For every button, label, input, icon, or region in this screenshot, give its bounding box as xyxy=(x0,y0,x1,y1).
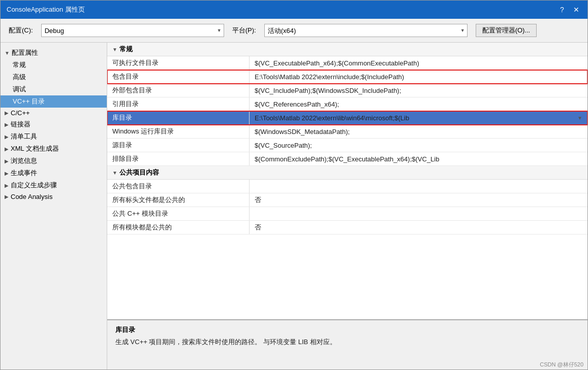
config-props-triangle xyxy=(5,50,10,56)
sidebar: 配置属性 常规 高级 调试 VC++ 目录 C/C++ 链接器 清单工具 XML… xyxy=(1,43,107,369)
bottom-desc-title: 库目录 xyxy=(115,325,579,334)
sidebar-item-browse-label: 浏览信息 xyxy=(11,156,37,165)
row-ext-include[interactable]: 外部包含目录 $(VC_IncludePath);$(WindowsSDK_In… xyxy=(107,84,587,97)
prop-value-source-dir: $(VC_SourcePath); xyxy=(250,140,587,151)
row-all-modules-public[interactable]: 所有模块都是公共的 否 xyxy=(107,221,587,234)
prop-name-public-include: 公共包含目录 xyxy=(107,180,250,193)
platform-select[interactable]: 活动(x64) xyxy=(264,24,468,37)
content-area: 配置属性 常规 高级 调试 VC++ 目录 C/C++ 链接器 清单工具 XML… xyxy=(1,43,587,369)
prop-value-lib-dir: E:\Tools\Matlab 2022\extern\lib\win64\mi… xyxy=(250,112,587,124)
prop-value-all-headers-public: 否 xyxy=(250,193,587,207)
sidebar-item-advanced[interactable]: 高级 xyxy=(1,71,107,83)
prop-name-ext-include: 外部包含目录 xyxy=(107,84,250,97)
prop-name-exclude-dir: 排除目录 xyxy=(107,152,250,165)
sidebar-item-code-analysis[interactable]: Code Analysis xyxy=(1,191,107,202)
sidebar-item-manifest-label: 清单工具 xyxy=(11,132,37,141)
prop-name-include-dir: 包含目录 xyxy=(107,70,250,83)
title-bar-controls: ? ✕ xyxy=(557,6,581,14)
prop-name-lib-dir: 库目录 xyxy=(107,111,250,124)
custom-build-triangle xyxy=(5,183,9,188)
prop-value-include-dir: E:\Tools\Matlab 2022\extern\include;$(In… xyxy=(250,71,587,83)
sidebar-item-linker-label: 链接器 xyxy=(11,120,30,129)
sidebar-item-build-events-label: 生成事件 xyxy=(11,169,37,178)
row-public-cpp-module[interactable]: 公共 C++ 模块目录 xyxy=(107,207,587,221)
main-panel: 常规 可执行文件目录 $(VC_ExecutablePath_x64);$(Co… xyxy=(107,43,587,369)
config-select-wrapper: Debug xyxy=(41,24,224,37)
c-cpp-triangle xyxy=(5,110,9,116)
general-section-label: 常规 xyxy=(119,45,133,54)
prop-name-ref-dir: 引用目录 xyxy=(107,97,250,111)
public-section-triangle xyxy=(112,170,117,176)
row-include-dir[interactable]: 包含目录 E:\Tools\Matlab 2022\extern\include… xyxy=(107,70,587,84)
sidebar-item-xml-label: XML 文档生成器 xyxy=(11,144,59,153)
prop-name-all-modules-public: 所有模块都是公共的 xyxy=(107,221,250,234)
general-section-header: 常规 xyxy=(107,43,587,56)
prop-name-exe-dir: 可执行文件目录 xyxy=(107,56,250,70)
prop-name-win-runtime: Windows 运行库目录 xyxy=(107,125,250,138)
prop-value-exe-dir: $(VC_ExecutablePath_x64);$(CommonExecuta… xyxy=(250,57,587,69)
prop-value-all-modules-public: 否 xyxy=(250,221,587,234)
general-section-triangle xyxy=(112,47,117,52)
dialog-title: ConsoleApplication 属性页 xyxy=(7,5,85,14)
sidebar-item-custom-build-label: 自定义生成步骤 xyxy=(11,181,57,190)
row-ref-dir[interactable]: 引用目录 $(VC_ReferencesPath_x64); xyxy=(107,97,587,111)
row-source-dir[interactable]: 源目录 $(VC_SourcePath); xyxy=(107,139,587,152)
toolbar-row: 配置(C): Debug 平台(P): 活动(x64) 配置管理器(O)... xyxy=(1,19,587,43)
config-label: 配置(C): xyxy=(9,26,33,35)
row-public-include[interactable]: 公共包含目录 xyxy=(107,180,587,193)
close-button[interactable]: ✕ xyxy=(571,6,581,14)
platform-label: 平台(P): xyxy=(232,26,256,35)
row-all-headers-public[interactable]: 所有标头文件都是公共的 否 xyxy=(107,193,587,207)
config-manager-button[interactable]: 配置管理器(O)... xyxy=(476,24,537,37)
manifest-triangle xyxy=(5,134,9,140)
sidebar-item-c-cpp-label: C/C++ xyxy=(11,109,30,117)
prop-name-all-headers-public: 所有标头文件都是公共的 xyxy=(107,193,250,207)
sidebar-section-config-props[interactable]: 配置属性 xyxy=(1,47,107,59)
browse-triangle xyxy=(5,158,9,164)
sidebar-section-label: 配置属性 xyxy=(12,48,38,57)
sidebar-item-debug[interactable]: 调试 xyxy=(1,83,107,95)
row-win-runtime[interactable]: Windows 运行库目录 $(WindowsSDK_MetadataPath)… xyxy=(107,125,587,139)
code-analysis-triangle xyxy=(5,194,9,199)
sidebar-item-xml[interactable]: XML 文档生成器 xyxy=(1,143,107,155)
lib-dir-scroll-button[interactable]: ▼ xyxy=(577,115,582,121)
sidebar-item-c-cpp[interactable]: C/C++ xyxy=(1,108,107,118)
prop-table: 常规 可执行文件目录 $(VC_ExecutablePath_x64);$(Co… xyxy=(107,43,587,319)
public-section-label: 公共项目内容 xyxy=(119,168,159,177)
sidebar-item-vc-dirs[interactable]: VC++ 目录 xyxy=(1,95,107,108)
bottom-area: 库目录 生成 VC++ 项目期间，搜索库文件时使用的路径。 与环境变量 LIB … xyxy=(107,319,587,369)
prop-value-public-cpp-module xyxy=(250,212,587,216)
sidebar-item-build-events[interactable]: 生成事件 xyxy=(1,167,107,179)
linker-triangle xyxy=(5,122,9,127)
sidebar-item-code-analysis-label: Code Analysis xyxy=(11,193,52,200)
row-lib-dir[interactable]: 库目录 E:\Tools\Matlab 2022\extern\lib\win6… xyxy=(107,111,587,125)
bottom-desc-text: 生成 VC++ 项目期间，搜索库文件时使用的路径。 与环境变量 LIB 相对应。 xyxy=(115,338,579,347)
dialog: ConsoleApplication 属性页 ? ✕ 配置(C): Debug … xyxy=(0,0,588,370)
sidebar-item-manifest[interactable]: 清单工具 xyxy=(1,130,107,143)
prop-name-source-dir: 源目录 xyxy=(107,139,250,152)
platform-select-wrapper: 活动(x64) xyxy=(264,24,468,37)
prop-value-ext-include: $(VC_IncludePath);$(WindowsSDK_IncludePa… xyxy=(250,85,587,96)
xml-triangle xyxy=(5,146,9,152)
config-select[interactable]: Debug xyxy=(41,24,224,37)
help-button[interactable]: ? xyxy=(557,6,567,14)
prop-name-public-cpp-module: 公共 C++ 模块目录 xyxy=(107,207,250,220)
public-section-header: 公共项目内容 xyxy=(107,166,587,180)
sidebar-item-browse[interactable]: 浏览信息 xyxy=(1,155,107,167)
row-exe-dir[interactable]: 可执行文件目录 $(VC_ExecutablePath_x64);$(Commo… xyxy=(107,56,587,70)
prop-value-exclude-dir: $(CommonExcludePath);$(VC_ExecutablePath… xyxy=(250,153,587,165)
prop-value-win-runtime: $(WindowsSDK_MetadataPath); xyxy=(250,126,587,138)
prop-value-ref-dir: $(VC_ReferencesPath_x64); xyxy=(250,98,587,110)
prop-value-public-include xyxy=(250,184,587,188)
title-bar: ConsoleApplication 属性页 ? ✕ xyxy=(1,1,587,19)
watermark: CSDN @林仔520 xyxy=(107,360,587,369)
sidebar-item-general[interactable]: 常规 xyxy=(1,59,107,71)
sidebar-item-linker[interactable]: 链接器 xyxy=(1,118,107,130)
bottom-desc: 库目录 生成 VC++ 项目期间，搜索库文件时使用的路径。 与环境变量 LIB … xyxy=(107,319,587,360)
build-events-triangle xyxy=(5,171,9,176)
sidebar-item-custom-build[interactable]: 自定义生成步骤 xyxy=(1,179,107,191)
row-exclude-dir[interactable]: 排除目录 $(CommonExcludePath);$(VC_Executabl… xyxy=(107,152,587,166)
